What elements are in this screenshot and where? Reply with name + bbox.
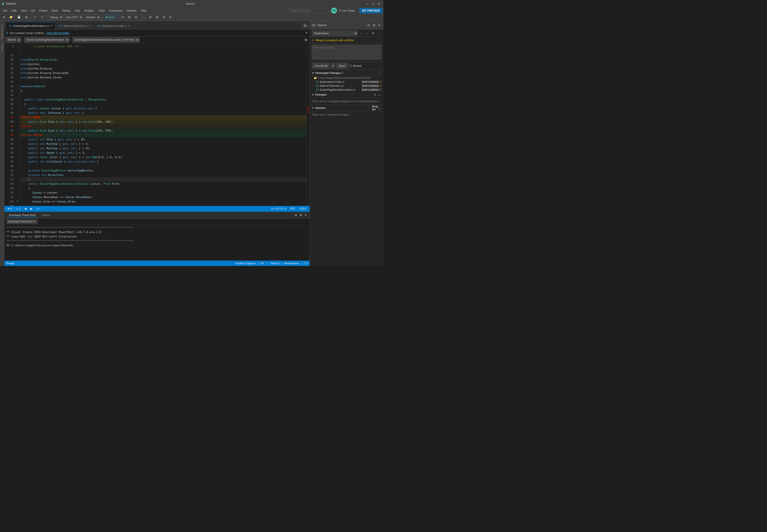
merge-bar-close-button[interactable]: ✕ — [305, 31, 307, 34]
abort-button[interactable]: Abort — [336, 63, 348, 69]
amend-cb[interactable] — [349, 64, 352, 67]
commit-all-button[interactable]: Commit All — [312, 63, 330, 69]
git-panel-float-btn[interactable]: ⊞ — [372, 23, 376, 27]
tab-balloon-tip[interactable]: C# BalloonTipAction.cs ✕ — [55, 22, 94, 29]
collapse-method[interactable]: − — [16, 167, 19, 172]
close-button[interactable]: ✕ — [376, 1, 381, 6]
git-panel-close-btn[interactable]: ✕ — [377, 23, 381, 27]
method-dropdown[interactable]: EasterEggAboutAnimation(Canvas canvas, F… — [72, 37, 140, 43]
tab-easter-egg[interactable]: C# EasterEggAboutAnimation.cs ✕ — [5, 22, 55, 29]
amend-checkbox[interactable]: Amend — [349, 64, 361, 67]
editor-settings-btn[interactable]: ⚙ — [302, 23, 308, 28]
toolbar-save-all[interactable]: ⊞ — [23, 15, 29, 20]
menu-tools[interactable]: Tools — [96, 9, 107, 13]
toolbar-btn-1[interactable]: ⊡ — [120, 15, 125, 20]
live-share-button[interactable]: ⟳ Live Share — [337, 9, 356, 12]
tab-close-balloon-tip[interactable]: ✕ — [89, 24, 91, 27]
file-easter-egg[interactable]: C# EasterEggAboutAnimation.cs [both modi… — [310, 88, 384, 92]
warning-count[interactable]: ⚠ 1 — [15, 207, 21, 210]
stashes-header[interactable]: ▼ Stashes Drop All … — [310, 105, 384, 111]
changes-header[interactable]: ▼ Changes + … — [310, 92, 384, 98]
sync-btn[interactable]: ⟳ — [371, 31, 375, 36]
tab-app-config[interactable]: C# ApplicationConfig.cs ✕ — [94, 22, 133, 29]
git-panel-expand-btn[interactable]: ⊡ — [366, 23, 371, 27]
bottom-tab-powershell[interactable]: Developer PowerShell — [6, 213, 38, 217]
tab-close-easter-egg[interactable]: ✕ — [50, 24, 52, 27]
menu-test[interactable]: Test — [73, 9, 82, 13]
commit-message-input[interactable] — [312, 45, 381, 60]
sharex-status: ShareX — [270, 262, 279, 265]
menu-git[interactable]: Git — [29, 9, 36, 13]
toolbar-btn-6[interactable]: ⊠ — [154, 15, 160, 20]
menu-analyze[interactable]: Analyze — [82, 9, 96, 13]
toolbar-undo[interactable]: ↩ — [32, 15, 38, 20]
file-app-config[interactable]: C# ApplicationConfig.cs [both modified] … — [310, 80, 384, 84]
toolbar-open[interactable]: 📁 — [8, 15, 15, 20]
fetch-btn[interactable]: ↓ — [359, 31, 364, 36]
no-changes-text: There are no unstaged changes in the wor… — [310, 98, 384, 105]
project-dropdown[interactable]: ShareX — [84, 15, 101, 20]
namespace-dropdown[interactable]: ShareX — [5, 37, 21, 43]
branch-dropdown[interactable]: NewFeature — [312, 31, 358, 36]
push-btn[interactable]: ↑ — [365, 31, 370, 36]
minimize-button[interactable]: ─ — [365, 1, 370, 6]
cursor-position[interactable]: Ln: 53 Ch: 9 — [270, 207, 287, 210]
debug-config-dropdown[interactable]: Debug — [48, 15, 63, 20]
toolbar-btn-4[interactable]: ⬛ — [140, 15, 147, 20]
more-btn[interactable]: … — [376, 31, 381, 36]
menu-extensions[interactable]: Extensions — [107, 9, 124, 13]
restore-button[interactable]: □ — [371, 1, 375, 6]
class-dropdown[interactable]: ShareX.EasterEggAboutAnimation — [24, 37, 69, 43]
encoding-indicator[interactable]: CRLF — [298, 207, 307, 210]
error-count[interactable]: ⊗ 9 — [6, 207, 13, 210]
collapse-namespace[interactable]: − — [16, 83, 19, 88]
powershell-dropdown[interactable]: Developer PowerShell ▼ — [6, 219, 37, 224]
toolbar-new-project[interactable]: ⊕ — [1, 15, 7, 20]
toolbar-btn-5[interactable]: ⊕ — [148, 15, 153, 20]
status-bar: ⊗ 9 ⚠ 1 ◀ ▶ ⎇ Ln: 53 Ch: 9 SPC CRLF — [4, 206, 309, 211]
open-merge-editor-link[interactable]: Open Merge Editor — [47, 32, 69, 34]
toolbar-save[interactable]: 💾 — [16, 15, 22, 20]
menu-window[interactable]: Window — [125, 9, 138, 13]
gutter-edit-icon[interactable]: ✎ — [16, 199, 19, 203]
menu-view[interactable]: View — [19, 9, 29, 13]
toolbar-redo[interactable]: ↪ — [39, 15, 45, 20]
stashes-dots[interactable]: … — [377, 106, 381, 110]
int-preview-button[interactable]: INT PREVIEW — [359, 8, 382, 13]
nav-back[interactable]: ◀ — [23, 207, 27, 210]
bottom-panel-add-btn[interactable]: ⊕ — [294, 213, 298, 217]
menu-file[interactable]: File — [1, 9, 9, 13]
start-button[interactable]: ▶ Start — [104, 15, 117, 20]
unmerged-changes-header[interactable]: ▼ Unmerged Changes 3 … — [310, 70, 384, 76]
editor-split-btn[interactable]: ⊞ — [303, 37, 308, 43]
spaces-label: SPC — [290, 207, 296, 210]
code-editor[interactable]: License Information (GPL v3) using Share… — [19, 43, 306, 206]
collapse-class[interactable]: − — [16, 97, 19, 101]
unmerged-action-dots[interactable]: … — [377, 71, 381, 75]
git-status[interactable]: ⎇ — [35, 207, 40, 210]
bottom-panel-split-btn[interactable]: ⊞ — [299, 213, 303, 217]
spaces-indicator[interactable]: SPC — [289, 207, 297, 210]
git-panel-title: Git - ShareX — [312, 24, 327, 27]
menu-debug[interactable]: Debug — [60, 9, 72, 13]
add-all-btn[interactable]: + — [373, 93, 377, 97]
commit-all-dropdown[interactable]: ▼ — [331, 63, 335, 69]
menu-edit[interactable]: Edit — [10, 9, 18, 13]
file-balloon-tip[interactable]: C# BalloonTipAction.cs [both modified] C — [310, 84, 384, 88]
bottom-tab-output[interactable]: Output — [39, 213, 52, 217]
changes-dots[interactable]: … — [377, 93, 381, 97]
nav-forward[interactable]: ▶ — [29, 207, 33, 210]
toolbar-btn-7[interactable]: ⊗ — [161, 15, 167, 20]
cpu-config-dropdown[interactable]: Any CPU — [64, 15, 83, 20]
toolbar-btn-3[interactable]: ⊟ — [133, 15, 139, 20]
bottom-panel-close-btn[interactable]: ✕ — [304, 213, 307, 217]
drop-all-btn[interactable]: Drop All — [373, 106, 377, 110]
toolbar-btn-2[interactable]: ⊞ — [126, 15, 132, 20]
toolbar-btn-8[interactable]: ⊘ — [168, 15, 173, 20]
menu-help[interactable]: Help — [139, 9, 149, 13]
tab-close-app-config[interactable]: ✕ — [128, 24, 130, 27]
git-merge-warning: ⚠ Merge in progress with conflicts — [310, 37, 384, 43]
menu-project[interactable]: Project — [37, 9, 49, 13]
search-input[interactable] — [289, 8, 328, 13]
menu-build[interactable]: Build — [50, 9, 60, 13]
